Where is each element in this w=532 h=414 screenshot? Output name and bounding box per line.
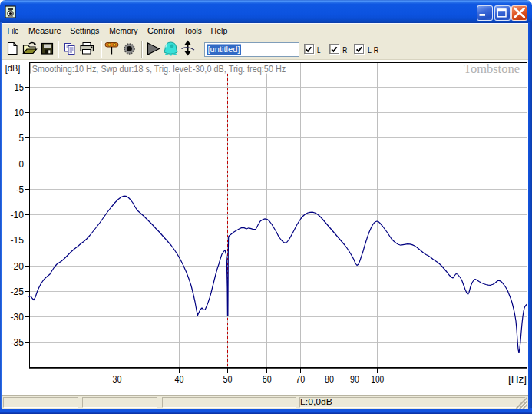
svg-text:50: 50 xyxy=(223,373,232,385)
svg-text:15: 15 xyxy=(15,81,25,93)
svg-text:R: R xyxy=(342,45,347,55)
svg-text:60: 60 xyxy=(263,373,272,385)
svg-text:-35: -35 xyxy=(11,336,25,348)
svg-text:[untitled]: [untitled] xyxy=(208,45,240,54)
svg-text:L-R: L-R xyxy=(368,45,378,55)
svg-text:10: 10 xyxy=(15,107,25,118)
svg-text:-10: -10 xyxy=(11,209,25,220)
svg-text:Tools: Tools xyxy=(183,26,202,35)
svg-text:70: 70 xyxy=(296,373,305,385)
svg-text:80: 80 xyxy=(325,373,334,385)
svg-text:File: File xyxy=(8,26,19,35)
svg-text:[Hz]: [Hz] xyxy=(508,373,527,385)
svg-text:-5: -5 xyxy=(16,184,25,195)
svg-text:90: 90 xyxy=(350,373,359,385)
svg-text:Settings: Settings xyxy=(70,26,99,35)
svg-text:Measure: Measure xyxy=(28,26,61,35)
svg-text:Help: Help xyxy=(211,26,228,35)
svg-text:-25: -25 xyxy=(11,286,25,297)
svg-text:Control: Control xyxy=(147,26,175,35)
svg-text:100: 100 xyxy=(371,373,384,385)
svg-text:-30: -30 xyxy=(11,311,25,323)
svg-text:L:0,0dB: L:0,0dB xyxy=(300,397,332,406)
svg-text:-20: -20 xyxy=(11,260,25,272)
svg-text:30: 30 xyxy=(113,373,122,385)
svg-text:Memory: Memory xyxy=(109,26,137,35)
svg-text:[dB]: [dB] xyxy=(5,63,21,74)
svg-text:Tombstone: Tombstone xyxy=(464,61,520,76)
svg-text:0: 0 xyxy=(19,158,25,170)
svg-text:40: 40 xyxy=(175,373,184,385)
svg-text:Smoothing:10 Hz, Swp dur:18 s,: Smoothing:10 Hz, Swp dur:18 s, Trig. lev… xyxy=(32,64,286,75)
svg-text:L: L xyxy=(317,45,321,55)
svg-text:-15: -15 xyxy=(11,234,25,246)
svg-text:5: 5 xyxy=(19,132,25,144)
